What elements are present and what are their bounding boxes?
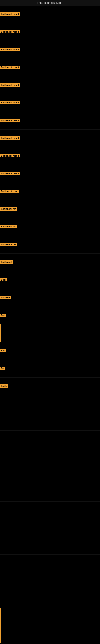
bottleneck-result-label: Bottleneck result: [0, 83, 20, 86]
bottleneck-label-wrap: Bottle: [0, 384, 8, 388]
bottleneck-label-wrap: Bottleneck result: [0, 136, 20, 140]
result-row-21: Bo: [0, 360, 100, 378]
bottleneck-label-wrap: Bottleneck result: [0, 48, 20, 52]
result-row-13: Bottleneck res: [0, 218, 100, 236]
result-row-7: Bottleneck result: [0, 112, 100, 130]
site-title: TheBottlenecker.com: [0, 0, 100, 6]
bottleneck-result-label: Bottleneck result: [0, 154, 20, 158]
bottleneck-label-wrap: Bottleneck res: [0, 243, 17, 247]
bottleneck-result-label: Bo: [0, 367, 5, 370]
bottleneck-label-wrap: Bot: [0, 349, 6, 353]
result-row-18: Bot: [0, 307, 100, 324]
bottleneck-label-wrap: Bottleneck: [0, 260, 13, 264]
bottleneck-label-wrap: Bottleneck resu: [0, 190, 19, 194]
bottleneck-result-label: Bottleneck result: [0, 101, 20, 104]
result-row-16: Bottl: [0, 271, 100, 289]
result-row-9: Bottleneck result: [0, 147, 100, 165]
bottleneck-result-label: Bottleneck res: [0, 207, 17, 210]
result-row-8: Bottleneck result: [0, 130, 100, 147]
bottleneck-label-wrap: Bottleneck result: [0, 12, 20, 16]
result-row-17: Bottlene: [0, 289, 100, 307]
bottleneck-label-wrap: Bottlene: [0, 296, 11, 300]
bottleneck-label-wrap: Bottleneck result: [0, 119, 20, 123]
result-row-14: Bottleneck res: [0, 236, 100, 254]
bottleneck-label-wrap: Bottl: [0, 278, 7, 282]
result-row-20: Bot: [0, 342, 100, 360]
result-row-2: Bottleneck result: [0, 23, 100, 41]
bottleneck-result-label: Bottleneck res: [0, 225, 17, 228]
bottleneck-result-label: Bottleneck result: [0, 12, 20, 16]
result-row-26: [0, 448, 100, 466]
bottleneck-label-wrap: Bottleneck result: [0, 101, 20, 105]
result-row-10: Bottleneck result: [0, 165, 100, 183]
result-row-15: Bottleneck: [0, 254, 100, 271]
result-row-12: Bottleneck res: [0, 200, 100, 218]
vertical-indicator: [0, 608, 1, 625]
bottleneck-result-label: Bottleneck result: [0, 136, 20, 140]
result-row-30: [0, 519, 100, 537]
bottleneck-result-label: Bottleneck res: [0, 243, 17, 246]
result-row-29: [0, 502, 100, 519]
bottleneck-result-label: Bottleneck result: [0, 119, 20, 122]
bottleneck-result-label: Bottlene: [0, 296, 11, 299]
result-row-6: Bottleneck result: [0, 94, 100, 112]
result-row-34: [0, 590, 100, 608]
vertical-indicator: [0, 626, 1, 643]
bottleneck-label-wrap: Bottleneck result: [0, 30, 20, 34]
bottleneck-label-wrap: Bottleneck result: [0, 154, 20, 158]
bottleneck-result-label: Bottleneck: [0, 260, 13, 264]
bottleneck-result-label: Bottleneck resu: [0, 190, 19, 193]
result-row-23: [0, 395, 100, 413]
bottleneck-label-wrap: Bottleneck res: [0, 225, 17, 229]
result-row-19: [0, 324, 100, 342]
result-row-24: Bo: [0, 413, 100, 431]
result-row-5: Bottleneck result: [0, 76, 100, 94]
bottleneck-label-wrap: Bottleneck result: [0, 66, 20, 70]
bottleneck-label-wrap: Bottleneck result: [0, 172, 20, 176]
result-row-32: [0, 555, 100, 572]
result-row-35: [0, 608, 100, 626]
bottleneck-label-wrap: Bottleneck result: [0, 83, 20, 87]
result-row-4: Bottleneck result: [0, 59, 100, 76]
bottleneck-result-label: Bot: [0, 349, 6, 352]
result-row-11: Bottleneck resu: [0, 183, 100, 200]
result-row-36: [0, 626, 100, 643]
bottleneck-result-label: Bottleneck result: [0, 30, 20, 34]
result-row-1: Bottleneck result: [0, 6, 100, 23]
result-row-31: [0, 537, 100, 555]
bottleneck-result-label: Bot: [0, 314, 6, 317]
result-row-33: [0, 572, 100, 590]
vertical-indicator: [0, 324, 1, 342]
bottleneck-result-label: Bottleneck result: [0, 172, 20, 175]
bottleneck-label-wrap: Bo: [0, 367, 5, 371]
result-row-27: [0, 466, 100, 484]
bottleneck-result-label: Bottle: [0, 384, 8, 388]
bottleneck-result-label: Bottl: [0, 278, 7, 281]
result-row-22: Bottle: [0, 378, 100, 395]
bottleneck-label-wrap: Bottleneck res: [0, 207, 17, 211]
bottleneck-label-wrap: Bot: [0, 314, 6, 318]
bottleneck-result-label: Bottleneck result: [0, 48, 20, 51]
result-row-25: [0, 431, 100, 448]
result-row-28: [0, 484, 100, 502]
bottleneck-result-label: Bottleneck result: [0, 66, 20, 69]
result-row-3: Bottleneck result: [0, 41, 100, 59]
